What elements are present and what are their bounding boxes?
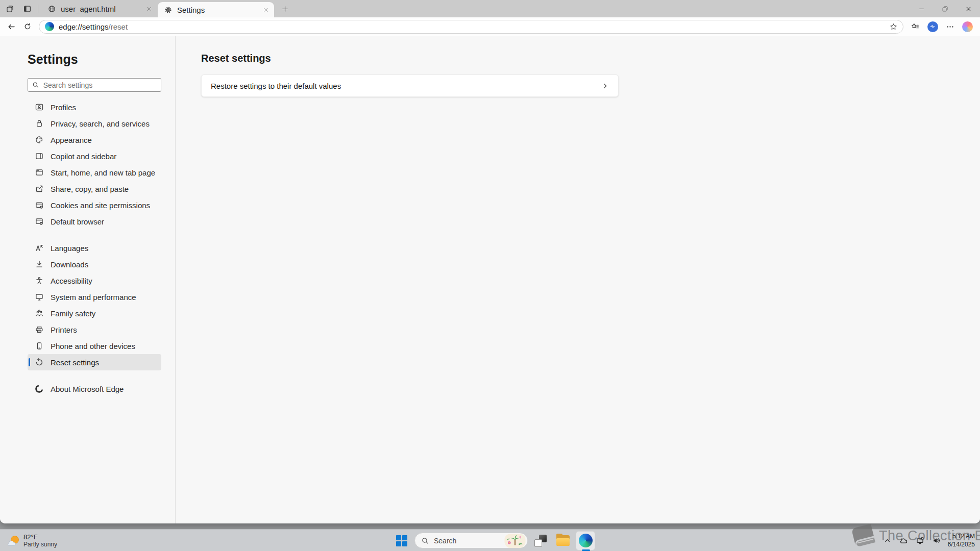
phone-icon: [35, 341, 44, 350]
sidebar-item-appearance[interactable]: Appearance: [28, 132, 161, 148]
settings-nav: Profiles Privacy, search, and services A…: [0, 99, 175, 397]
sidebar-item-share-copy-paste[interactable]: Share, copy, and paste: [28, 181, 161, 197]
url-text: edge://settings/reset: [59, 22, 887, 31]
new-tab-button[interactable]: [277, 2, 292, 16]
sidebar-item-printers[interactable]: Printers: [28, 321, 161, 338]
sidebar-layout-icon: [35, 152, 44, 161]
vertical-tabs-icon: [23, 5, 32, 13]
close-window-button[interactable]: [957, 0, 980, 17]
sidebar-item-accessibility[interactable]: Accessibility: [28, 272, 161, 289]
onedrive-tray-button[interactable]: [897, 533, 911, 548]
volume-tray-button[interactable]: [929, 533, 944, 548]
tab-actions-menu-button[interactable]: [2, 2, 17, 16]
tab-title: user_agent.html: [61, 5, 141, 13]
settings-sidebar: Settings Profiles Privacy, search, and s…: [0, 36, 176, 523]
taskbar-search-label: Search: [434, 537, 504, 545]
profiles-icon: [35, 103, 44, 112]
weather-text: 82°F Partly sunny: [23, 533, 57, 548]
back-button[interactable]: [3, 19, 19, 34]
window-controls: [910, 0, 980, 17]
sidebar-item-default-browser[interactable]: Default browser: [28, 213, 161, 230]
taskbar-clock[interactable]: 5:12 AM 6/14/2025: [948, 533, 975, 548]
sidebar-item-label: Profiles: [51, 103, 76, 112]
weather-condition: Partly sunny: [23, 541, 57, 548]
minimize-button[interactable]: [910, 0, 933, 17]
settings-search-box[interactable]: [28, 78, 161, 92]
sidebar-item-downloads[interactable]: Downloads: [28, 256, 161, 272]
tab-user-agent[interactable]: user_agent.html: [41, 0, 158, 17]
restore-defaults-row[interactable]: Restore settings to their default values: [201, 74, 619, 97]
back-arrow-icon: [7, 22, 16, 31]
sidebar-item-label: Cookies and site permissions: [51, 201, 150, 210]
network-tray-button[interactable]: [913, 533, 927, 548]
chevron-right-icon: [601, 82, 609, 90]
tab-close-button[interactable]: [144, 4, 154, 13]
tab-separator: [38, 5, 38, 13]
toolbar-right-icons: [906, 19, 976, 34]
sidebar-item-label: Default browser: [51, 217, 104, 226]
favorites-list-icon: [911, 22, 920, 31]
browser-essentials-button[interactable]: [924, 19, 941, 34]
sidebar-item-family-safety[interactable]: Family safety: [28, 305, 161, 321]
edge-taskbar-button[interactable]: [576, 531, 595, 550]
sidebar-item-languages[interactable]: Languages: [28, 240, 161, 256]
copilot-button[interactable]: [959, 19, 976, 34]
restore-button[interactable]: [933, 0, 957, 17]
tab-close-button[interactable]: [261, 5, 270, 14]
section-heading: Reset settings: [201, 53, 980, 64]
close-icon: [146, 6, 153, 12]
windows-logo-icon: [396, 535, 407, 546]
edge-logo-icon: [579, 534, 593, 547]
settings-more-button[interactable]: [941, 19, 959, 34]
weather-widget[interactable]: 82°F Partly sunny: [6, 530, 57, 551]
sidebar-item-cookies-permissions[interactable]: Cookies and site permissions: [28, 197, 161, 213]
sidebar-item-label: Languages: [51, 244, 88, 253]
bing-daily-image: [504, 534, 526, 548]
cloud-icon: [899, 536, 908, 545]
partly-sunny-icon: [6, 534, 19, 547]
start-button[interactable]: [392, 531, 411, 550]
refresh-button[interactable]: [19, 19, 36, 34]
reset-icon: [35, 358, 44, 367]
file-explorer-button[interactable]: [553, 531, 573, 550]
task-view-icon: [534, 535, 547, 547]
favorites-button[interactable]: [906, 19, 924, 34]
sidebar-item-about-edge[interactable]: About Microsoft Edge: [28, 381, 161, 397]
minimize-icon: [918, 5, 925, 13]
vertical-tabs-button[interactable]: [19, 2, 35, 16]
network-monitor-icon: [916, 536, 924, 545]
show-hidden-icons-button[interactable]: [880, 533, 895, 548]
sidebar-item-label: Phone and other devices: [51, 342, 135, 350]
stacked-pages-icon: [6, 5, 14, 13]
taskbar-center: Search: [392, 530, 595, 551]
tab-settings[interactable]: Settings: [158, 2, 274, 17]
taskbar-search[interactable]: Search: [414, 533, 528, 548]
star-icon: [889, 22, 898, 31]
palette-icon: [35, 135, 44, 144]
browser-window-icon: [35, 168, 44, 177]
sidebar-item-phone-devices[interactable]: Phone and other devices: [28, 338, 161, 354]
globe-icon: [47, 5, 56, 13]
ellipsis-icon: [946, 22, 954, 31]
sidebar-item-privacy[interactable]: Privacy, search, and services: [28, 115, 161, 132]
sidebar-item-system-performance[interactable]: System and performance: [28, 289, 161, 305]
task-view-button[interactable]: [531, 531, 550, 550]
browser-window: user_agent.html Settings: [0, 0, 980, 523]
sidebar-item-reset-settings[interactable]: Reset settings: [28, 354, 161, 370]
sidebar-item-profiles[interactable]: Profiles: [28, 99, 161, 115]
edge-logo-icon: [35, 384, 44, 393]
share-icon: [35, 184, 44, 193]
address-bar[interactable]: edge://settings/reset: [39, 20, 903, 34]
edge-favicon: [45, 22, 54, 31]
lock-icon: [35, 119, 44, 128]
sidebar-item-start-home[interactable]: Start, home, and new tab page: [28, 164, 161, 181]
sidebar-item-label: Printers: [51, 325, 77, 334]
settings-search-input[interactable]: [43, 81, 157, 89]
sidebar-item-label: Privacy, search, and services: [51, 119, 150, 128]
sidebar-item-label: About Microsoft Edge: [51, 385, 124, 393]
add-favorite-button[interactable]: [887, 20, 900, 33]
tab-title: Settings: [177, 6, 258, 14]
search-icon: [421, 537, 429, 545]
sidebar-item-copilot-sidebar[interactable]: Copilot and sidebar: [28, 148, 161, 164]
sidebar-item-label: Reset settings: [51, 358, 99, 367]
